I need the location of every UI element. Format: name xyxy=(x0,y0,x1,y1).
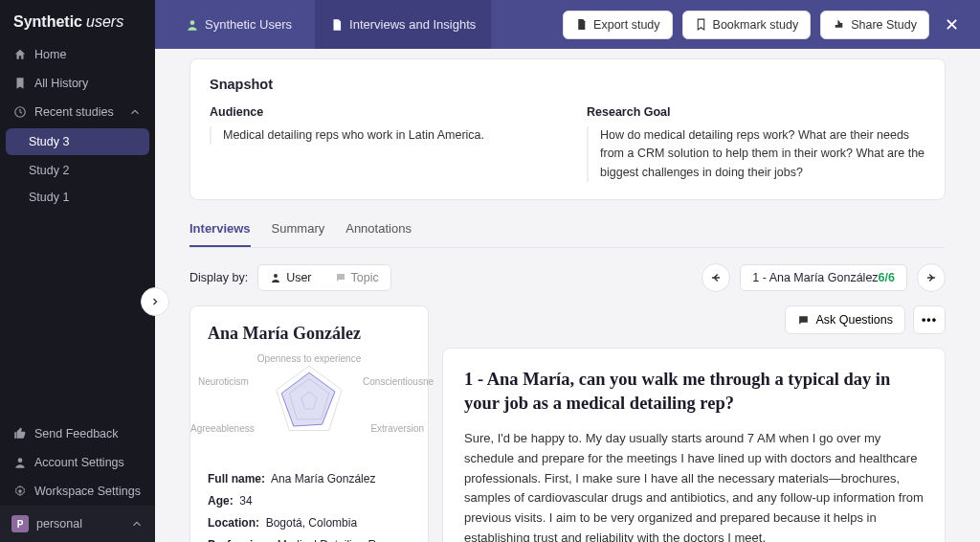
trait-n: Neuroticism xyxy=(198,376,249,387)
svg-point-3 xyxy=(190,20,195,25)
tab-annotations-sub[interactable]: Annotations xyxy=(345,221,412,247)
profile-details: Full name: Ana María González Age: 34 Lo… xyxy=(208,468,411,542)
location-key: Location: xyxy=(208,516,259,530)
display-toggle: User Topic xyxy=(257,264,391,291)
interview-transcript: 1 - Ana María, can you walk me through a… xyxy=(442,348,946,542)
workspace-badge: P xyxy=(11,515,29,532)
display-topic-label: Topic xyxy=(351,271,379,284)
content-scroll[interactable]: Snapshot Audience Medical detailing reps… xyxy=(155,49,980,542)
topbar: Synthetic Users Interviews and Insights … xyxy=(155,0,980,49)
display-user-button[interactable]: User xyxy=(258,265,323,290)
share-label: Share Study xyxy=(851,18,917,32)
tab-interviews-label: Interviews and Insights xyxy=(349,17,476,32)
radar-chart xyxy=(266,357,352,443)
sidebar-collapse-button[interactable] xyxy=(141,287,169,316)
question-title: 1 - Ana María, can you walk me through a… xyxy=(464,368,924,416)
nav-feedback[interactable]: Send Feedback xyxy=(0,419,155,448)
tab-users-label: Synthetic Users xyxy=(205,17,292,32)
share-icon xyxy=(833,18,845,31)
export-icon xyxy=(575,18,588,31)
interview-name: 1 - Ana María González xyxy=(752,271,878,284)
workspace-switcher[interactable]: P personal xyxy=(0,506,155,542)
export-label: Export study xyxy=(593,18,659,32)
profession-key: Profession: xyxy=(208,538,271,542)
next-interview-button[interactable] xyxy=(917,263,946,292)
tab-summary-sub[interactable]: Summary xyxy=(272,221,325,247)
svg-point-1 xyxy=(18,458,23,463)
tab-interviews-sub[interactable]: Interviews xyxy=(189,221,251,247)
dots-icon: ••• xyxy=(922,313,937,327)
svg-point-2 xyxy=(18,489,22,493)
workspace-name: personal xyxy=(36,517,82,531)
goal-heading: Research Goal xyxy=(587,105,925,119)
age-key: Age: xyxy=(208,494,234,508)
more-options-button[interactable]: ••• xyxy=(913,305,946,334)
chevron-up-icon xyxy=(128,105,142,119)
home-icon xyxy=(13,48,27,61)
fullname-val: Ana María González xyxy=(271,472,375,486)
nav-home[interactable]: Home xyxy=(0,40,155,69)
display-by-label: Display by: xyxy=(189,271,248,284)
display-user-label: User xyxy=(286,271,311,284)
study-item-1[interactable]: Study 1 xyxy=(0,184,155,211)
audience-heading: Audience xyxy=(210,105,548,119)
profession-val: Medical Detailing Rep xyxy=(278,538,390,542)
nav-workspace[interactable]: Workspace Settings xyxy=(0,477,155,506)
prev-interview-button[interactable] xyxy=(702,263,730,292)
user-icon xyxy=(13,456,27,469)
nav-workspace-label: Workspace Settings xyxy=(34,485,141,498)
tab-interviews[interactable]: Interviews and Insights xyxy=(315,0,491,49)
thumbs-up-icon xyxy=(13,427,27,440)
personality-radar: Openness to experience Conscientiousne E… xyxy=(208,357,411,453)
bookmark-button[interactable]: Bookmark study xyxy=(682,11,812,39)
nav-home-label: Home xyxy=(34,48,66,61)
ask-label: Ask Questions xyxy=(815,313,893,327)
profile-name: Ana María González xyxy=(208,324,411,344)
chat-icon xyxy=(797,314,810,327)
trait-c: Conscientiousne xyxy=(363,376,434,387)
chevron-up-icon xyxy=(130,517,144,531)
interview-toolbar: Display by: User Topic xyxy=(189,263,946,292)
user-icon xyxy=(270,272,281,283)
users-icon xyxy=(186,18,199,32)
share-button[interactable]: Share Study xyxy=(820,11,929,39)
tab-synthetic-users[interactable]: Synthetic Users xyxy=(170,0,307,49)
trait-e: Extraversion xyxy=(370,423,424,434)
bookmark-label: Bookmark study xyxy=(713,18,799,32)
detail-tabs: Interviews Summary Annotations xyxy=(189,221,946,248)
clock-icon xyxy=(13,105,27,119)
ask-questions-button[interactable]: Ask Questions xyxy=(785,305,905,334)
snapshot-card: Snapshot Audience Medical detailing reps… xyxy=(189,58,946,200)
chevron-right-icon xyxy=(149,296,161,307)
nav-history-label: All History xyxy=(34,77,88,90)
fullname-key: Full name: xyxy=(208,472,265,486)
svg-point-4 xyxy=(274,274,278,278)
gear-icon xyxy=(13,485,27,498)
main-area: Synthetic Users Interviews and Insights … xyxy=(155,0,980,542)
nav-account-label: Account Settings xyxy=(34,456,124,469)
trait-o: Openness to experience xyxy=(257,353,361,364)
display-topic-button[interactable]: Topic xyxy=(323,265,390,290)
nav-recent[interactable]: Recent studies xyxy=(0,98,155,126)
brand-logo: Synthetic users xyxy=(0,0,155,40)
bookmark-icon xyxy=(695,18,707,31)
close-button[interactable]: ✕ xyxy=(939,14,965,35)
trait-a: Agreeableness xyxy=(190,423,255,434)
nav-account[interactable]: Account Settings xyxy=(0,448,155,477)
export-button[interactable]: Export study xyxy=(563,11,672,39)
study-item-2[interactable]: Study 2 xyxy=(0,157,155,184)
snapshot-title: Snapshot xyxy=(210,77,925,92)
bookmark-icon xyxy=(13,77,27,90)
nav-history[interactable]: All History xyxy=(0,69,155,98)
chat-icon xyxy=(335,272,346,283)
document-icon xyxy=(330,18,344,32)
audience-text: Medical detailing reps who work in Latin… xyxy=(210,126,548,145)
interview-indicator[interactable]: 1 - Ana María González6/6 xyxy=(740,264,907,291)
answer-p1: Sure, I'd be happy to. My day usually st… xyxy=(464,429,924,542)
arrow-left-icon xyxy=(709,271,723,284)
profile-card: Ana María González Openness to experienc… xyxy=(189,305,429,542)
nav-recent-label: Recent studies xyxy=(34,105,114,119)
nav-feedback-label: Send Feedback xyxy=(34,427,119,440)
goal-text: How do medical detailing reps work? What… xyxy=(587,126,925,182)
study-item-3[interactable]: Study 3 xyxy=(6,128,149,155)
